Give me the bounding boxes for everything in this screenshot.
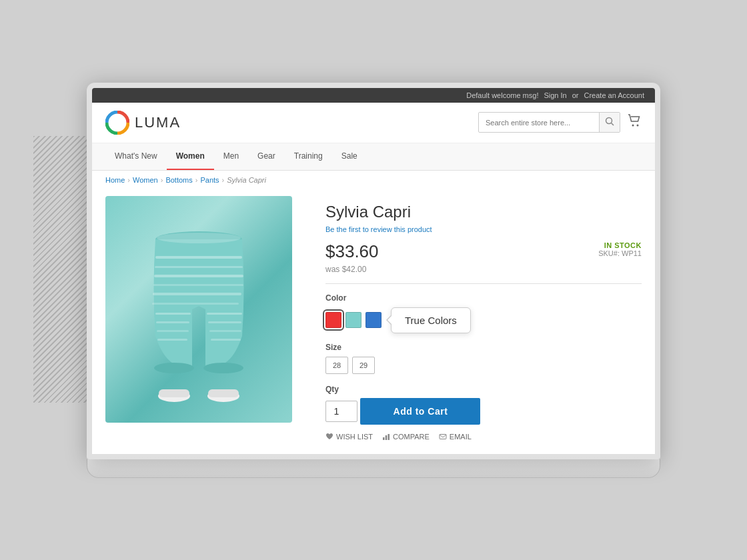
price-row: $33.60 IN STOCK SKU#: WP11 [325,241,642,262]
logo-icon [105,111,129,135]
action-links: WISH LIST COMPARE [325,433,642,441]
svg-rect-19 [211,339,241,341]
nav-item-men[interactable]: Men [214,143,248,170]
chart-icon [382,433,390,441]
stock-status: IN STOCK [598,241,642,249]
cart-button[interactable] [627,113,642,131]
svg-rect-18 [209,330,241,332]
laptop-base [87,459,660,478]
svg-rect-8 [154,275,243,277]
product-image [105,196,292,423]
svg-rect-28 [386,435,388,440]
svg-rect-12 [155,313,191,315]
header-right [478,112,642,133]
breadcrumb-women[interactable]: Women [133,176,158,184]
welcome-message: Default welcome msg! [466,91,538,99]
svg-point-3 [632,125,634,127]
color-tooltip: True Colors [391,307,471,333]
or-text: or [572,91,579,99]
svg-rect-15 [157,339,187,341]
sku-label: SKU#: [598,249,620,257]
top-bar: Default welcome msg! Sign In or Create a… [92,88,655,103]
search-button[interactable] [599,113,620,132]
email-link[interactable]: EMAIL [439,433,472,441]
svg-rect-25 [159,389,189,397]
size-button-28[interactable]: 28 [325,357,348,374]
svg-point-21 [203,363,243,373]
qty-input[interactable] [325,401,357,422]
svg-point-22 [157,233,241,243]
color-swatch-red[interactable] [325,312,341,328]
logo[interactable]: LUMA [105,111,181,135]
cart-icon [627,113,642,128]
svg-rect-7 [155,266,243,268]
search-box[interactable] [478,112,620,133]
svg-rect-9 [153,284,243,286]
svg-rect-6 [155,256,242,259]
current-price: $33.60 [325,241,379,262]
qty-label: Qty [325,385,642,394]
wish-list-link[interactable]: WISH LIST [325,433,373,441]
svg-point-4 [637,125,639,127]
svg-point-1 [606,118,612,124]
svg-rect-13 [156,321,189,323]
breadcrumb-sep-1: › [127,176,130,184]
svg-point-20 [154,363,194,373]
svg-rect-27 [383,437,385,440]
sku: SKU#: WP11 [598,249,642,257]
svg-rect-29 [388,434,390,440]
breadcrumb-sep-4: › [222,176,225,184]
breadcrumb-current: Sylvia Capri [227,176,266,184]
logo-text: LUMA [135,114,181,131]
svg-line-2 [612,123,614,126]
tooltip-text: True Colors [405,315,457,326]
nav-item-women[interactable]: Women [167,143,214,170]
svg-rect-14 [157,330,189,332]
product-page: Sylvia Capri Be the first to review this… [92,189,655,454]
breadcrumb-home[interactable]: Home [105,176,125,184]
breadcrumb-pants[interactable]: Pants [200,176,219,184]
breadcrumb: Home › Women › Bottoms › Pants › Sylvia … [92,171,655,189]
product-title: Sylvia Capri [325,203,642,221]
sign-in-link[interactable]: Sign In [544,91,566,99]
size-label: Size [325,343,642,352]
create-account-link[interactable]: Create an Account [584,91,644,99]
review-link[interactable]: Be the first to review this product [325,225,642,233]
search-icon [605,117,614,126]
color-swatch-teal[interactable] [345,312,361,328]
svg-rect-17 [208,321,241,323]
breadcrumb-sep-2: › [161,176,163,184]
compare-link[interactable]: COMPARE [382,433,430,441]
product-image-svg [119,203,279,416]
add-to-cart-button[interactable]: Add to Cart [360,398,480,425]
breadcrumb-sep-3: › [195,176,198,184]
search-input[interactable] [479,115,599,131]
nav-item-sale[interactable]: Sale [332,143,367,170]
sku-value: WP11 [622,249,642,257]
nav-item-whats-new[interactable]: What's New [105,143,167,170]
color-label: Color [325,293,642,303]
svg-rect-30 [440,434,446,439]
was-price: was $42.00 [325,265,642,274]
laptop-screen: Default welcome msg! Sign In or Create a… [87,83,660,459]
nav-item-gear[interactable]: Gear [248,143,285,170]
divider [325,283,642,284]
heart-icon [325,433,333,441]
stock-info: IN STOCK SKU#: WP11 [598,241,642,257]
svg-rect-11 [152,303,239,305]
email-icon [439,433,447,441]
svg-rect-26 [208,389,239,397]
nav-item-training[interactable]: Training [285,143,332,170]
header: LUMA [92,103,655,143]
color-swatch-blue[interactable] [365,312,382,328]
size-buttons: 28 29 [325,357,642,374]
product-image-side [105,196,305,441]
svg-rect-10 [153,293,241,295]
color-swatches: True Colors [325,307,642,333]
product-details: Sylvia Capri Be the first to review this… [305,196,642,441]
main-navigation: What's New Women Men Gear Training Sale [92,143,655,171]
laptop-wrapper: Default welcome msg! Sign In or Create a… [87,83,660,478]
svg-rect-16 [207,313,242,315]
breadcrumb-bottoms[interactable]: Bottoms [165,176,192,184]
size-button-29[interactable]: 29 [352,357,375,374]
